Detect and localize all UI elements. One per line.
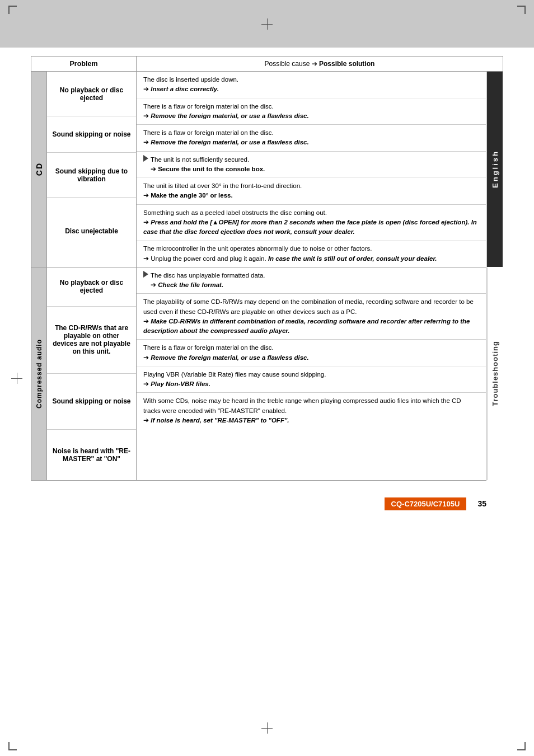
cd-problem-3: Sound skipping due to vibration xyxy=(47,153,136,198)
comp-sol-1-1-wrap: The disc has unplayable formatted data. … xyxy=(151,271,479,290)
comp-problem-4-text: Noise is heard with "RE-MASTER" at "ON" xyxy=(51,447,132,463)
comp-sol-group-2: The playability of some CD-R/RWs may dep… xyxy=(137,294,486,340)
cd-sol-3-1: The unit is not sufficiently secured. ➔ … xyxy=(137,152,486,179)
cd-section: CD No playback or disc ejected Sound ski… xyxy=(31,72,486,267)
compressed-solutions-col: The disc has unplayable formatted data. … xyxy=(137,267,486,480)
bottom-info: CQ-C7205U/C7105U 35 xyxy=(31,497,503,510)
header-possible-solution: Possible solution xyxy=(319,60,374,68)
comp-sol-3-1-cause: There is a flaw or foreign material on t… xyxy=(143,344,274,351)
comp-sol-2-1-action: Make CD-R/RWs in different combination o… xyxy=(143,318,470,334)
cd-sol-4-2-arrow: ➔ xyxy=(143,255,151,262)
comp-sol-3-2-action: Play Non-VBR files. xyxy=(151,381,210,387)
corner-br xyxy=(517,742,526,750)
sections-wrapper: CD No playback or disc ejected Sound ski… xyxy=(31,72,486,481)
comp-sol-1-1-cause: The disc has unplayable formatted data. xyxy=(151,272,265,279)
comp-sol-group-3: There is a flaw or foreign material on t… xyxy=(137,340,486,393)
model-badge: CQ-C7205U/C7105U xyxy=(385,497,467,510)
comp-sol-4-1: With some CDs, noise may be heard in the… xyxy=(137,393,486,429)
cd-problem-1: No playback or disc ejected xyxy=(47,72,136,116)
cd-sol-1-1-arrow: ➔ xyxy=(143,86,151,92)
cd-problem-2-text: Sound skipping or noise xyxy=(52,130,130,138)
cd-problem-2: Sound skipping or noise xyxy=(47,116,136,153)
cd-sol-4-2-action-bold: In case the unit is still out of order, … xyxy=(268,255,437,262)
cd-sol-4-1-action: Press and hold the [▲OPEN] for more than… xyxy=(143,219,477,235)
cd-sol-4-2: The microcontroller in the unit operates… xyxy=(137,241,486,267)
page-number: 35 xyxy=(477,499,486,508)
comp-problem-2-text: The CD-R/RWs that are playable on other … xyxy=(51,324,132,355)
cd-sol-group-4: Something such as a peeled label obstruc… xyxy=(137,205,486,267)
troubleshooting-badge-col: Troubleshooting xyxy=(487,267,503,480)
compressed-label-text: Compressed audio xyxy=(35,339,43,408)
compressed-problems-col: No playback or disc ejected The CD-R/RWs… xyxy=(47,267,137,480)
comp-sol-1-1-arrow: ➔ xyxy=(151,281,158,288)
cd-solutions-col: The disc is inserted upside down. ➔ Inse… xyxy=(137,72,486,267)
comp-sol-group-1: The disc has unplayable formatted data. … xyxy=(137,267,486,294)
corner-tl xyxy=(8,6,17,14)
cd-sol-3-2-cause: The unit is tilted at over 30° in the fr… xyxy=(143,182,302,189)
comp-problem-3-text: Sound skipping or noise xyxy=(52,397,130,405)
bottom-bar xyxy=(0,708,534,756)
cd-sol-4-2-action-normal: Unplug the power cord and plug it again. xyxy=(151,255,268,262)
top-crosshair xyxy=(261,18,273,30)
left-crosshair xyxy=(11,373,22,384)
comp-problem-2: The CD-R/RWs that are playable on other … xyxy=(47,307,136,374)
comp-sol-3-2: Playing VBR (Variable Bit Rate) files ma… xyxy=(137,367,486,393)
corner-tr xyxy=(517,6,526,14)
comp-sol-2-1-cause: The playability of some CD-R/RWs may dep… xyxy=(143,298,474,314)
cd-sol-4-2-cause: The microcontroller in the unit operates… xyxy=(143,245,372,252)
cd-sol-3-1-action: Secure the unit to the console box. xyxy=(158,166,265,172)
comp-sol-2-1: The playability of some CD-R/RWs may dep… xyxy=(137,294,486,339)
cd-problems-col: No playback or disc ejected Sound skippi… xyxy=(47,72,137,267)
english-label: English xyxy=(491,150,499,188)
cd-sol-4-1-cause: Something such as a peeled label obstruc… xyxy=(143,209,327,216)
cd-sol-4-1: Something such as a peeled label obstruc… xyxy=(137,205,486,241)
compressed-section: Compressed audio No playback or disc eje… xyxy=(31,267,486,481)
english-badge-col: English xyxy=(487,72,503,267)
comp-sol-3-1-action: Remove the foreign material, or use a fl… xyxy=(151,354,309,361)
bottom-crosshair xyxy=(261,722,273,734)
cd-sol-2-1: There is a flaw or foreign material on t… xyxy=(137,125,486,151)
cd-problem-4: Disc unejectable xyxy=(47,198,136,265)
header-arrow: ➔ xyxy=(312,60,319,68)
cd-sol-3-2: The unit is tilted at over 30° in the fr… xyxy=(137,178,486,204)
page-wrapper: Problem Possible cause ➔ Possible soluti… xyxy=(0,0,534,756)
compressed-side-label: Compressed audio xyxy=(31,267,47,480)
cd-side-label: CD xyxy=(31,72,47,267)
cd-sol-3-1-cause-text: The unit is not sufficiently secured. ➔ … xyxy=(151,155,479,175)
cd-sol-2-1-arrow: ➔ xyxy=(143,139,151,145)
cd-sol-3-1-cause: The unit is not sufficiently secured. xyxy=(151,156,249,163)
tri-indicator-3-1 xyxy=(143,155,148,162)
comp-problem-4: Noise is heard with "RE-MASTER" at "ON" xyxy=(47,430,136,480)
cd-sol-1-2-action: Remove the foreign material, or use a fl… xyxy=(151,112,309,119)
cd-sol-2-1-cause: There is a flaw or foreign material on t… xyxy=(143,129,274,136)
cd-sol-1-1-cause: The disc is inserted upside down. xyxy=(143,76,238,83)
content-area: Problem Possible cause ➔ Possible soluti… xyxy=(31,56,503,510)
cd-sol-2-1-action: Remove the foreign material, or use a fl… xyxy=(151,139,309,145)
cd-problem-4-text: Disc unejectable xyxy=(65,227,118,235)
troubleshooting-label: Troubleshooting xyxy=(491,341,499,406)
cd-sol-4-1-arrow: ➔ xyxy=(143,219,151,226)
corner-bl xyxy=(8,742,17,750)
cd-label-text: CD xyxy=(35,162,44,176)
cd-sol-3-2-arrow: ➔ xyxy=(143,192,151,199)
comp-sol-4-1-cause: With some CDs, noise may be heard in the… xyxy=(143,397,461,414)
comp-sol-2-1-arrow: ➔ xyxy=(143,318,151,325)
cd-sol-1-2-cause: There is a flaw or foreign material on t… xyxy=(143,103,274,110)
comp-problem-1-text: No playback or disc ejected xyxy=(51,279,132,294)
header-possible-cause: Possible cause xyxy=(265,60,310,68)
comp-sol-4-1-action: If noise is heard, set "RE-MASTER" to "O… xyxy=(151,417,289,424)
comp-sol-1-1-action: Check the file format. xyxy=(158,281,223,288)
comp-sol-1-1: The disc has unplayable formatted data. … xyxy=(137,267,486,294)
comp-problem-1: No playback or disc ejected xyxy=(47,267,136,307)
cd-sol-1-2: There is a flaw or foreign material on t… xyxy=(137,98,486,125)
cd-sol-1-1-action: Insert a disc correctly. xyxy=(151,86,219,92)
cd-problem-1-text: No playback or disc ejected xyxy=(51,86,132,102)
comp-sol-group-4: With some CDs, noise may be heard in the… xyxy=(137,393,486,429)
cd-sol-1-2-arrow: ➔ xyxy=(143,112,151,119)
cd-sol-3-1-arrow: ➔ xyxy=(151,166,158,172)
comp-problem-3: Sound skipping or noise xyxy=(47,374,136,430)
comp-sol-3-2-cause: Playing VBR (Variable Bit Rate) files ma… xyxy=(143,371,326,378)
cd-problem-3-text: Sound skipping due to vibration xyxy=(51,167,132,183)
cd-sol-group-1: The disc is inserted upside down. ➔ Inse… xyxy=(137,72,486,125)
cd-sol-group-2: There is a flaw or foreign material on t… xyxy=(137,125,486,152)
